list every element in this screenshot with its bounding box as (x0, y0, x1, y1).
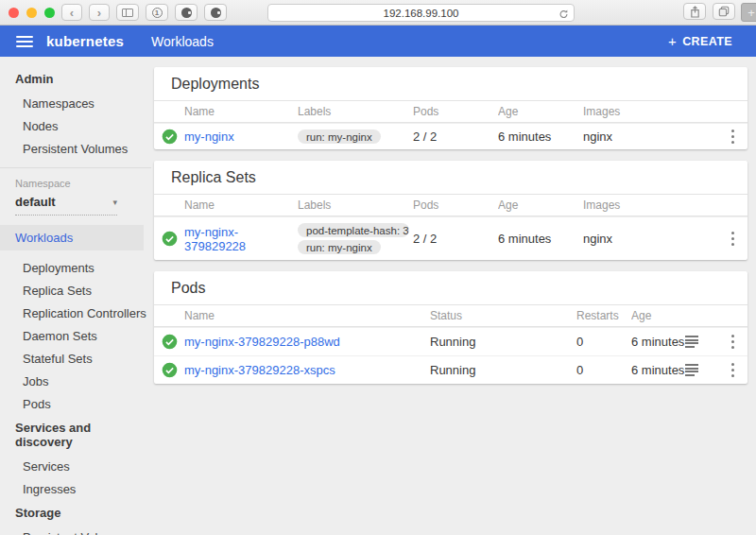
card-title-replica-sets: Replica Sets (154, 161, 747, 195)
label-chip: run: my-nginx (298, 129, 381, 144)
logs-icon[interactable] (685, 364, 712, 376)
col-name: Name (184, 105, 298, 118)
sidebar-item-services[interactable]: Services (0, 455, 151, 477)
sidebar-item-replica-sets[interactable]: Replica Sets (0, 279, 151, 302)
main-content: Deployments Name Labels Pods Age Images … (151, 57, 756, 535)
col-labels: Labels (298, 198, 413, 212)
col-images: Images (583, 105, 712, 118)
col-pods: Pods (413, 105, 498, 118)
close-window-button[interactable] (9, 8, 19, 18)
age-value: 6 minutes (498, 232, 583, 246)
url-text: 192.168.99.100 (384, 8, 459, 19)
pods-count: 2 / 2 (413, 232, 498, 246)
sidebar-section-admin: Admin (0, 66, 151, 92)
sidebar-item-ingresses[interactable]: Ingresses (0, 477, 151, 500)
col-restarts: Restarts (576, 309, 631, 322)
extension-button-2[interactable] (175, 4, 198, 21)
table-row: my-nginx-379829228-p88wd Running 0 6 min… (154, 327, 747, 355)
hamburger-menu-icon[interactable] (16, 36, 33, 47)
table-row: my-nginx run: my-nginx 2 / 2 6 minutes n… (154, 123, 747, 149)
col-age: Age (631, 309, 685, 322)
browser-chrome: ‹ › 1 192.168.99.100 + (0, 0, 756, 26)
sidebar-item-replication-controllers[interactable]: Replication Controllers (0, 302, 151, 324)
app-header: kubernetes Workloads + CREATE (0, 26, 756, 57)
brand-logo: kubernetes (46, 33, 124, 49)
col-age: Age (498, 105, 583, 118)
zoom-window-button[interactable] (44, 8, 55, 18)
plus-icon: + (668, 33, 677, 49)
images-value: nginx (583, 232, 712, 246)
sidebar-item-daemon-sets[interactable]: Daemon Sets (0, 324, 151, 347)
status-ok-icon (162, 362, 178, 378)
status-value: Running (430, 335, 576, 349)
images-value: nginx (583, 129, 712, 144)
pod-link[interactable]: my-nginx-379829228-xspcs (184, 363, 430, 377)
tabs-icon (718, 6, 730, 17)
sidebar-item-jobs[interactable]: Jobs (0, 370, 151, 392)
age-value: 6 minutes (631, 363, 685, 377)
table-row: my-nginx-379829228-xspcs Running 0 6 min… (154, 355, 747, 384)
sidebar-section-storage: Storage (0, 500, 151, 526)
tab-overview-button[interactable] (713, 3, 735, 20)
deployments-card: Deployments Name Labels Pods Age Images … (154, 67, 747, 149)
card-title-deployments: Deployments (154, 67, 747, 101)
extension-button-1[interactable]: 1 (146, 4, 168, 21)
window-controls (9, 8, 55, 18)
replica-set-link[interactable]: my-nginx-379829228 (184, 225, 298, 253)
minimize-window-button[interactable] (26, 8, 37, 18)
sidebar: Admin Namespaces Nodes Persistent Volume… (0, 57, 151, 535)
sidebar-item-namespaces[interactable]: Namespaces (0, 92, 151, 114)
namespace-value: default (15, 195, 56, 209)
col-age: Age (498, 198, 583, 212)
page-title: Workloads (151, 34, 214, 49)
col-pods: Pods (413, 198, 498, 212)
sidebar-item-persistent-volume-claims[interactable]: Persistent Volume Claims (0, 526, 151, 535)
table-row: my-nginx-379829228 pod-template-hash: 37… (154, 216, 747, 260)
label-chip: run: my-nginx (298, 240, 381, 254)
back-button[interactable]: ‹ (61, 4, 82, 21)
forward-button[interactable]: › (89, 4, 110, 21)
sidebar-item-stateful-sets[interactable]: Stateful Sets (0, 347, 151, 370)
replica-sets-table-header: Name Labels Pods Age Images (154, 195, 747, 216)
extension-icon (211, 8, 221, 18)
pod-link[interactable]: my-nginx-379829228-p88wd (184, 335, 430, 349)
logs-icon[interactable] (685, 336, 712, 348)
pods-table-header: Name Status Restarts Age (154, 305, 747, 327)
namespace-select[interactable]: default ▾ (15, 195, 117, 216)
deployment-link[interactable]: my-nginx (184, 129, 298, 144)
restarts-value: 0 (576, 363, 631, 377)
pods-card: Pods Name Status Restarts Age my-nginx-3… (154, 271, 747, 384)
create-button[interactable]: + CREATE (668, 33, 732, 49)
address-bar[interactable]: 192.168.99.100 (267, 4, 575, 22)
kebab-menu-icon[interactable] (726, 126, 740, 147)
extension-icon (181, 8, 192, 18)
chevron-down-icon: ▾ (112, 198, 117, 207)
sidebar-item-nodes[interactable]: Nodes (0, 114, 151, 137)
status-ok-icon (162, 334, 178, 350)
col-labels: Labels (298, 105, 413, 118)
share-button[interactable] (683, 3, 706, 20)
sidebar-item-pods[interactable]: Pods (0, 392, 151, 415)
replica-sets-card: Replica Sets Name Labels Pods Age Images… (154, 161, 747, 260)
col-images: Images (583, 198, 712, 212)
status-ok-icon (162, 129, 178, 145)
status-value: Running (430, 363, 576, 377)
share-icon (690, 6, 700, 18)
reload-icon[interactable] (558, 7, 569, 24)
kebab-menu-icon[interactable] (726, 359, 740, 381)
sidebar-item-workloads[interactable]: Workloads (0, 225, 144, 250)
create-button-label: CREATE (682, 35, 732, 48)
new-tab-button[interactable]: + (741, 3, 756, 22)
kebab-menu-icon[interactable] (726, 228, 740, 250)
restarts-value: 0 (576, 335, 631, 349)
circled-one-icon: 1 (152, 8, 163, 18)
age-value: 6 minutes (498, 129, 583, 144)
sidebar-toggle-button[interactable] (116, 4, 139, 21)
extension-button-3[interactable] (204, 4, 227, 21)
status-ok-icon (162, 231, 178, 247)
namespace-label: Namespace (0, 178, 151, 189)
sidebar-item-deployments[interactable]: Deployments (0, 256, 151, 279)
kebab-menu-icon[interactable] (726, 331, 740, 353)
sidebar-item-persistent-volumes[interactable]: Persistent Volumes (0, 137, 151, 160)
sidebar-divider (0, 167, 151, 168)
